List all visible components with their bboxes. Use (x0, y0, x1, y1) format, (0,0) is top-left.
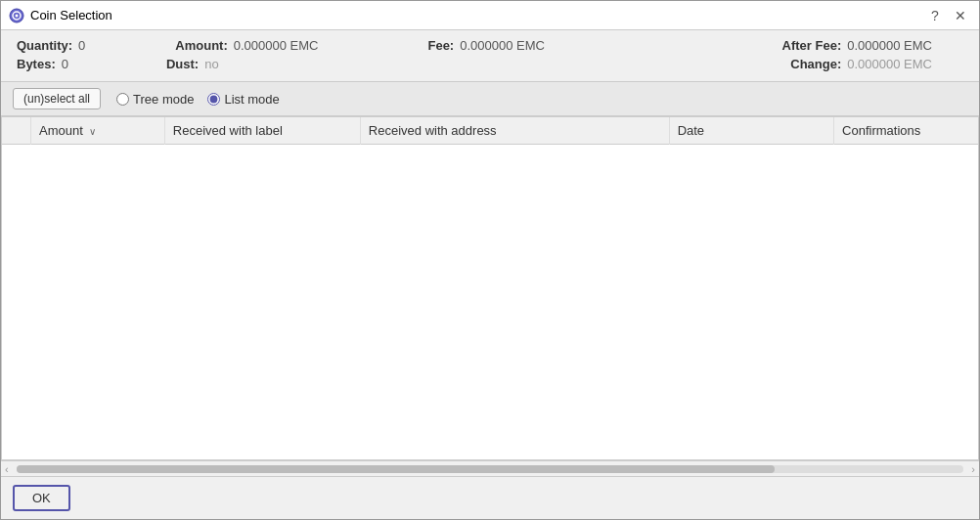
scrollbar-thumb[interactable] (17, 465, 775, 473)
fee-value: 0.000000 EMC (460, 38, 545, 53)
coin-table-container[interactable]: Amount ∨ Received with label Received wi… (1, 116, 979, 460)
col-header-amount[interactable]: Amount ∨ (30, 117, 164, 145)
dust-value: no (204, 57, 218, 71)
quantity-value: 0 (78, 38, 85, 53)
bytes-value: 0 (62, 57, 68, 71)
col-header-label[interactable]: Received with label (164, 117, 360, 145)
stat-amount: Amount: 0.000000 EMC (175, 38, 318, 53)
scroll-right-arrow[interactable]: › (967, 463, 979, 475)
stat-after-fee: After Fee: 0.000000 EMC (782, 38, 932, 53)
help-button[interactable]: ? (924, 5, 946, 26)
view-mode-group: Tree mode List mode (116, 92, 280, 107)
scrollbar-track[interactable] (17, 465, 964, 473)
list-mode-label: List mode (224, 92, 279, 107)
amount-value: 0.000000 EMC (234, 38, 319, 53)
tree-mode-option[interactable]: Tree mode (116, 92, 194, 107)
scroll-left-arrow[interactable]: ‹ (1, 463, 13, 475)
toolbar: (un)select all Tree mode List mode (1, 81, 979, 116)
horizontal-scrollbar[interactable]: ‹ › (1, 460, 979, 476)
ok-button[interactable]: OK (13, 485, 70, 511)
fee-label: Fee: (427, 38, 454, 53)
footer: OK (1, 476, 979, 519)
amount-label: Amount: (175, 38, 227, 53)
stats-area: Quantity: 0 Amount: 0.000000 EMC Fee: 0.… (1, 30, 979, 81)
close-button[interactable]: ✕ (950, 5, 971, 26)
list-mode-radio[interactable] (207, 93, 220, 106)
unselect-all-button[interactable]: (un)select all (13, 88, 101, 109)
stats-row-2: Bytes: 0 Dust: no Change: 0.000000 EMC (17, 57, 963, 71)
window-title: Coin Selection (30, 8, 924, 22)
col-header-checkbox (2, 117, 30, 145)
dust-label: Dust: (166, 57, 199, 71)
tree-mode-label: Tree mode (133, 92, 194, 107)
window-controls: ? ✕ (924, 5, 971, 26)
stat-dust: Dust: no (166, 57, 219, 71)
main-window: Coin Selection ? ✕ Quantity: 0 Amount: 0… (0, 0, 980, 520)
quantity-label: Quantity: (17, 38, 72, 53)
list-mode-option[interactable]: List mode (207, 92, 279, 107)
stat-bytes: Bytes: 0 (17, 57, 68, 71)
after-fee-value: 0.000000 EMC (847, 38, 932, 53)
app-icon (9, 8, 24, 23)
change-value: 0.000000 EMC (847, 57, 932, 71)
col-header-date[interactable]: Date (669, 117, 833, 145)
col-header-address[interactable]: Received with address (360, 117, 669, 145)
col-header-confirmations[interactable]: Confirmations (834, 117, 978, 145)
change-label: Change: (790, 57, 841, 71)
table-header-row: Amount ∨ Received with label Received wi… (2, 117, 978, 145)
coin-table: Amount ∨ Received with label Received wi… (2, 117, 978, 145)
stat-quantity: Quantity: 0 (17, 38, 85, 53)
amount-sort-arrow: ∨ (89, 126, 96, 137)
titlebar: Coin Selection ? ✕ (1, 1, 979, 30)
stat-fee: Fee: 0.000000 EMC (427, 38, 544, 53)
stat-change: Change: 0.000000 EMC (790, 57, 932, 71)
tree-mode-radio[interactable] (116, 93, 129, 106)
svg-point-2 (16, 14, 19, 17)
stats-row-1: Quantity: 0 Amount: 0.000000 EMC Fee: 0.… (17, 38, 963, 53)
bytes-label: Bytes: (17, 57, 56, 71)
after-fee-label: After Fee: (782, 38, 842, 53)
